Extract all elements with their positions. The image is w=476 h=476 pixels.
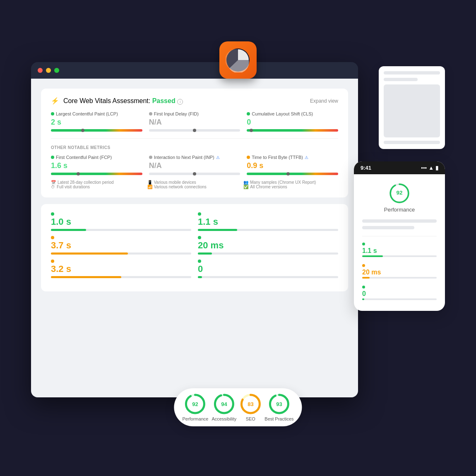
traffic-light-green[interactable] [54, 68, 59, 73]
metric-lcp: Largest Contentful Paint (LCP) 2 s [51, 111, 142, 132]
metric-cls: Cumulative Layout Shift (CLS) 0 [247, 111, 338, 132]
mobile-dot-1 [362, 243, 365, 245]
metric-ttfb: Time to First Byte (TTFB) ⚠ 0.9 s [247, 155, 338, 175]
info-row-2: ⏱ Full visit durations [51, 185, 146, 189]
score-badge-accessibility: 94 Accessibility [212, 393, 236, 421]
expand-view-button[interactable]: Expand view [310, 98, 338, 104]
mobile-stat-3: 0 [362, 283, 437, 300]
mobile-statusbar: 9:41 ▪▪▪ ▲ ▮ [354, 161, 445, 174]
mobile-stat-bar-3 [362, 298, 437, 300]
fcp-label: First Contentful Paint (FCP) [56, 155, 112, 160]
ttfb-indicator [286, 172, 290, 175]
stat-row-3: 3.7 s [51, 236, 191, 255]
stat2-bar [198, 229, 338, 231]
cls-label: Cumulative Layout Shift (CLS) [252, 111, 313, 116]
thumb-line-1 [384, 71, 440, 75]
stat-row-6: 0 [198, 260, 338, 278]
info-text-2: Full visit durations [57, 185, 90, 189]
ttfb-value: 0.9 s [247, 161, 338, 170]
mobile-dot-3 [362, 286, 365, 288]
stat3-value: 3.7 s [51, 240, 191, 251]
stat1-bar-fill [51, 229, 86, 231]
info-row-4: 📶 Various network connections [147, 185, 242, 189]
mobile-placeholder-bar-2 [362, 226, 414, 229]
mobile-stat-bar-fill-1 [362, 255, 383, 257]
fcp-value: 1.6 s [51, 161, 142, 170]
mobile-stat-val-1: 1.1 s [362, 247, 437, 255]
mobile-card: 9:41 ▪▪▪ ▲ ▮ 92 Performance [354, 161, 445, 311]
cls-value: 0 [247, 118, 338, 127]
metric-fcp: First Contentful Paint (FCP) 1.6 s [51, 155, 142, 175]
stat3-bar-fill [51, 252, 128, 255]
cls-dot [247, 112, 250, 115]
svg-text:93: 93 [276, 401, 282, 407]
scene: ⚡ Core Web Vitals Assessment: Passed i E… [31, 41, 445, 435]
stat4-dot [198, 236, 201, 239]
fid-bar [149, 129, 240, 132]
mobile-content: 92 Performance 1.1 s 20 ms [354, 174, 445, 311]
stat6-value: 0 [198, 264, 338, 274]
cls-indicator [250, 129, 253, 132]
mobile-stat-bar-fill-3 [362, 298, 364, 300]
stat-row-2: 1.1 s [198, 212, 338, 231]
lcp-value: 2 s [51, 118, 142, 127]
score-label-best-practices: Best Practices [264, 416, 293, 421]
thumb-rect [384, 84, 440, 137]
ttfb-alert-icon: ⚠ [305, 155, 308, 160]
ttfb-label: Time to First Byte (TTFB) [252, 155, 303, 160]
info-rows: 📅 Latest 28-day collection period ⏱ Full… [51, 180, 338, 189]
stat3-bar [51, 252, 191, 255]
stat1-value: 1.0 s [51, 216, 191, 227]
stats-col-2: 1.1 s 20 ms [198, 212, 338, 283]
stat4-bar [198, 252, 338, 255]
stat6-dot [198, 260, 201, 263]
info-text-5: Many samples (Chrome UX Report) [250, 180, 316, 185]
stat2-bar-fill [198, 229, 237, 231]
inp-bar [149, 173, 240, 175]
score-label-performance: Performance [182, 416, 208, 421]
perf-circle-container: 92 Performance [362, 183, 437, 213]
mobile-stat-2: 20 ms [362, 261, 437, 279]
other-metrics-grid: First Contentful Paint (FCP) 1.6 s Inter… [51, 155, 338, 175]
pulse-icon: ⚡ [51, 97, 59, 105]
lcp-indicator [81, 129, 84, 132]
stat1-bar [51, 229, 191, 231]
mobile-stat-bar-1 [362, 255, 437, 257]
mobile-separator [362, 236, 437, 236]
score-badge-seo: 83 SEO [240, 393, 261, 421]
traffic-light-yellow[interactable] [46, 68, 51, 73]
metric-fid: First Input Delay (FID) N/A [149, 111, 240, 132]
lcp-dot [51, 112, 54, 115]
info-row-5: 👥 Many samples (Chrome UX Report) [243, 180, 338, 185]
fid-indicator [193, 129, 196, 132]
perf-score-text: 92 [396, 190, 402, 196]
stat2-dot [198, 212, 201, 216]
cwv-info-icon[interactable]: i [177, 99, 183, 105]
score-circle-performance: 92 [185, 393, 206, 415]
stat1-dot [51, 212, 54, 216]
stats-grid: 1.0 s 3.7 s [51, 212, 338, 283]
inp-value: N/A [149, 161, 240, 170]
window-titlebar [31, 62, 358, 79]
traffic-light-red[interactable] [38, 68, 43, 73]
stat5-bar [51, 276, 191, 278]
mobile-stat-bar-fill-2 [362, 277, 370, 279]
stat5-value: 3.2 s [51, 264, 191, 274]
info-row-3: 📱 Various mobile devices [147, 180, 242, 185]
thumbnail-card [379, 66, 445, 149]
inp-dot [149, 156, 152, 159]
info-row-1: 📅 Latest 28-day collection period [51, 180, 146, 185]
score-circle-seo: 83 [240, 393, 261, 415]
mobile-dot-2 [362, 264, 365, 267]
stats-card: 1.0 s 3.7 s [41, 204, 348, 291]
stat4-bar-fill [198, 252, 212, 255]
score-circle-accessibility: 94 [213, 393, 235, 415]
stat-row-4: 20 ms [198, 236, 338, 255]
fid-dot [149, 112, 152, 115]
fcp-bar [51, 173, 142, 175]
scores-row: 92 Performance 94 Accessibility 83 SEO [174, 388, 302, 426]
inp-label: Interaction to Next Paint (INP) [154, 155, 214, 160]
stat6-bar [198, 276, 338, 278]
svg-text:83: 83 [248, 401, 253, 407]
stat2-value: 1.1 s [198, 216, 338, 227]
